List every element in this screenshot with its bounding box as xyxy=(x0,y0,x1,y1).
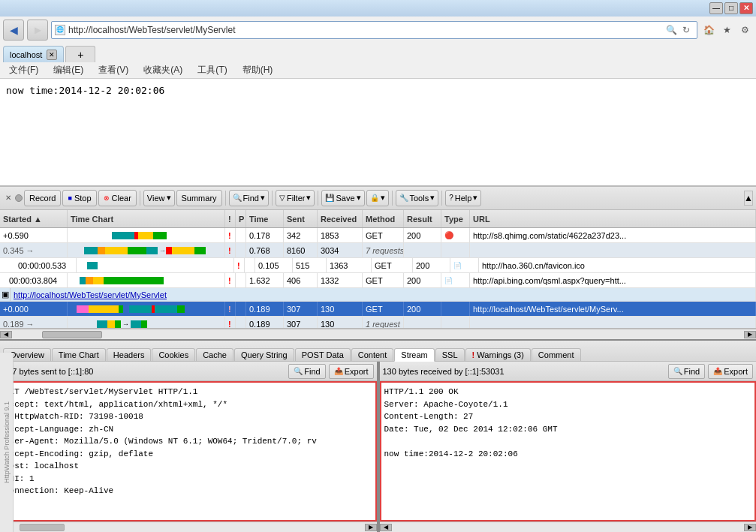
menu-bar: 文件(F) 编辑(E) 查看(V) 收藏夹(A) 工具(T) 帮助(H) xyxy=(0,62,756,79)
col-header-result[interactable]: Result xyxy=(404,210,441,227)
cell-group-url[interactable]: http://localhost/WebTest/servlet/MyServl… xyxy=(11,288,756,301)
grid-scrollbar[interactable]: ◀ ▶ xyxy=(0,329,756,339)
right-export-button[interactable]: 📤 Export xyxy=(708,364,753,379)
cell-expand[interactable]: ▣ xyxy=(0,288,11,301)
cell-error: ! xyxy=(225,317,236,329)
cell-time: 0.105 xyxy=(255,258,293,272)
left-find-button[interactable]: 🔍 Find xyxy=(288,364,325,379)
tab-time-chart[interactable]: Time Chart xyxy=(52,348,106,361)
find-chevron: ▾ xyxy=(261,193,265,203)
cell-received: 1332 xyxy=(318,273,363,287)
menu-tools[interactable]: 工具(T) xyxy=(194,64,230,77)
panel-resize-button[interactable]: ▲ xyxy=(744,191,753,206)
settings-button[interactable]: ⚙ xyxy=(736,22,753,38)
left-export-button[interactable]: 📤 Export xyxy=(329,364,374,379)
table-row[interactable]: 00:00:03.804 ! 1.632 406 1332 GET 200 📄 … xyxy=(0,273,756,288)
lock-dropdown[interactable]: 🔒 ▾ xyxy=(366,190,389,206)
cell-time: 0.189 xyxy=(246,317,284,329)
tab-comment[interactable]: Comment xyxy=(532,348,581,361)
col-header-sent[interactable]: Sent xyxy=(284,210,318,227)
col-header-received[interactable]: Received xyxy=(318,210,363,227)
tab-close-button[interactable]: ✕ xyxy=(47,50,57,60)
cell-type: 📄 xyxy=(450,258,479,272)
tab-cookies[interactable]: Cookies xyxy=(152,348,195,361)
clear-button[interactable]: ⊗ Clear xyxy=(98,190,137,206)
save-dropdown[interactable]: 💾 Save ▾ xyxy=(321,190,364,206)
tools-dropdown[interactable]: 🔧 Tools ▾ xyxy=(396,190,439,206)
table-row[interactable]: 0.345 → → xyxy=(0,243,756,258)
minimize-button[interactable]: — xyxy=(709,2,723,14)
tab-content[interactable]: Content xyxy=(351,348,394,361)
panel-content: 307 bytes sent to [::1]:80 🔍 Find 📤 Expo… xyxy=(0,362,756,532)
cell-time: 0.768 xyxy=(246,243,284,257)
summary-button[interactable]: Summary xyxy=(176,190,222,206)
help-label: Help xyxy=(455,194,472,203)
menu-file[interactable]: 文件(F) xyxy=(6,64,41,77)
page-text: now time:2014-12-2 20:02:06 xyxy=(6,85,164,96)
back-button[interactable]: ◀ xyxy=(3,20,24,41)
cell-started: 0.189 → xyxy=(0,317,68,329)
cell-error: ! xyxy=(225,273,236,287)
view-dropdown[interactable]: View ▾ xyxy=(143,190,175,206)
col-header-url[interactable]: URL xyxy=(470,210,756,227)
menu-edit[interactable]: 编辑(E) xyxy=(50,64,86,77)
col-header-started[interactable]: Started ▲ xyxy=(0,210,68,227)
maximize-button[interactable]: □ xyxy=(724,2,738,14)
left-scrollbar-h[interactable]: ◀ ▶ xyxy=(0,521,377,532)
record-button[interactable]: Record xyxy=(24,190,61,206)
table-row[interactable]: +0.590 ! 0.178 342 1853 GET 200 xyxy=(0,228,756,243)
browser-tab[interactable]: localhost ✕ xyxy=(3,46,64,62)
favorites-button[interactable]: ★ xyxy=(718,22,735,38)
right-scrollbar-h[interactable]: ◀ ▶ xyxy=(380,521,757,532)
hw-close-button[interactable]: ✕ xyxy=(3,193,14,203)
right-find-button[interactable]: 🔍 Find xyxy=(668,364,705,379)
col-header-method[interactable]: Method xyxy=(363,210,404,227)
tab-stream[interactable]: Stream xyxy=(394,348,434,362)
home-button[interactable]: 🏠 xyxy=(700,22,717,38)
tab-query-string[interactable]: Query String xyxy=(234,348,294,361)
tab-headers[interactable]: Headers xyxy=(107,348,152,361)
menu-favorites[interactable]: 收藏夹(A) xyxy=(140,64,185,77)
close-button[interactable]: ✕ xyxy=(739,2,753,14)
refresh-button[interactable]: ↻ xyxy=(679,22,694,38)
col-header-time[interactable]: Time xyxy=(246,210,284,227)
find-dropdown[interactable]: 🔍 Find ▾ xyxy=(229,190,269,206)
table-row[interactable]: ▣ http://localhost/WebTest/servlet/MySer… xyxy=(0,288,756,302)
menu-help[interactable]: 帮助(H) xyxy=(239,64,276,77)
stop-button[interactable]: ■ Stop xyxy=(62,190,96,206)
cell-sent: 8160 xyxy=(284,243,318,257)
left-export-label: Export xyxy=(345,367,369,376)
filter-dropdown[interactable]: ▽ Filter ▾ xyxy=(276,190,315,206)
bottom-section: Overview Time Chart Headers Cookies Cach… xyxy=(0,339,756,532)
cell-method: GET xyxy=(363,302,404,316)
save-chevron: ▾ xyxy=(357,193,361,203)
cell-started: 0.345 → xyxy=(0,243,68,257)
tab-warnings[interactable]: ! Warnings (3) xyxy=(465,348,531,361)
grid-scroll-thumb[interactable] xyxy=(42,331,102,338)
help-dropdown[interactable]: ? Help ▾ xyxy=(445,190,481,206)
forward-button[interactable]: ▶ xyxy=(27,20,48,41)
cell-page xyxy=(236,302,246,316)
right-find-label: Find xyxy=(684,367,700,376)
cell-result xyxy=(404,243,441,257)
col-header-type[interactable]: Type xyxy=(441,210,470,227)
menu-view[interactable]: 查看(V) xyxy=(95,64,131,77)
cell-type xyxy=(441,243,470,257)
left-panel: 307 bytes sent to [::1]:80 🔍 Find 📤 Expo… xyxy=(0,362,380,532)
tab-cache[interactable]: Cache xyxy=(196,348,233,361)
table-row[interactable]: +0.000 ! 0.189 307 130 GET xyxy=(0,302,756,317)
browser-window: — □ ✕ ◀ ▶ 🌐 http://localhost/WebTest/ser… xyxy=(0,0,756,532)
col-header-page[interactable]: P xyxy=(236,210,246,227)
table-row[interactable]: 00:00:00.533 ! 0.105 515 1363 GET 200 📄 … xyxy=(0,258,756,273)
search-icon: 🔍 xyxy=(664,22,679,38)
table-row[interactable]: 0.189 → → ! 0.189 307 130 1 request xyxy=(0,317,756,329)
tab-post-data[interactable]: POST Data xyxy=(295,348,351,361)
separator-6 xyxy=(441,191,442,206)
tab-ssl[interactable]: SSL xyxy=(435,348,465,361)
left-scroll-thumb[interactable] xyxy=(20,524,65,531)
new-tab-button[interactable]: + xyxy=(65,46,95,62)
col-header-excl[interactable]: ! xyxy=(225,210,236,227)
cell-error: ! xyxy=(225,243,236,257)
address-bar[interactable]: 🌐 http://localhost/WebTest/servlet/MySer… xyxy=(51,21,697,39)
col-header-chart[interactable]: Time Chart xyxy=(68,210,225,227)
